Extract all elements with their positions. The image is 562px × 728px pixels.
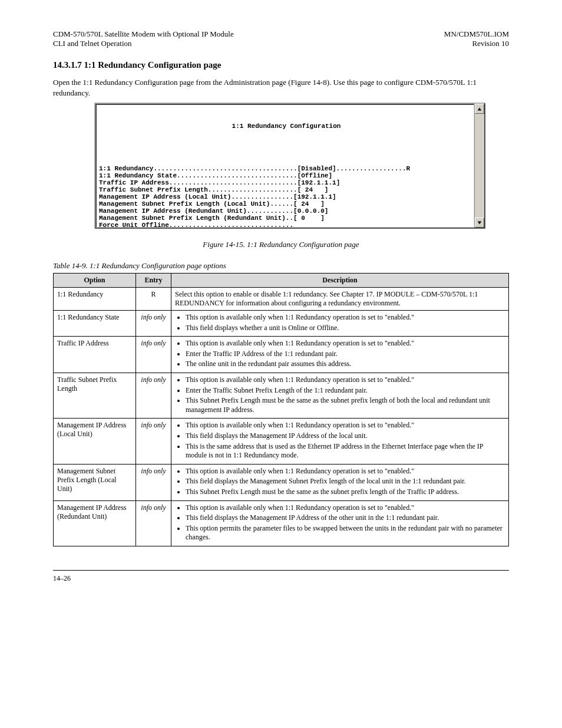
list-item: This field displays whether a unit is On… xyxy=(186,324,505,333)
list-item: This option is available only when 1:1 R… xyxy=(186,313,505,322)
table-row: Traffic IP Addressinfo onlyThis option i… xyxy=(54,337,509,373)
terminal-scrollbar[interactable] xyxy=(474,104,484,228)
list-item: Enter the Traffic Subnet Prefix Length o… xyxy=(186,386,505,396)
section-heading: 1:1 Redundancy Configuration page xyxy=(84,60,222,70)
terminal-blank xyxy=(99,144,474,151)
cell-entry: info only xyxy=(136,337,171,373)
list-item: This option is available only when 1:1 R… xyxy=(186,375,505,385)
terminal-line: Force Unit Offline......................… xyxy=(99,222,474,228)
table-caption-label: Table 14-9. xyxy=(53,261,88,270)
terminal-line: Management IP Address (Local Unit)......… xyxy=(99,193,474,200)
chapter-name: CLI and Telnet Operation xyxy=(53,39,234,48)
scroll-track[interactable] xyxy=(475,114,484,218)
page-header: CDM-570/570L Satellite Modem with Option… xyxy=(53,29,509,48)
table-row: 1:1 RedundancyRSelect this option to ena… xyxy=(54,288,509,311)
cell-option: 1:1 Redundancy State xyxy=(54,311,136,337)
cell-entry: info only xyxy=(136,500,171,546)
intro-text: Open the 1:1 Redundancy Configuration pa… xyxy=(53,77,509,98)
list-item: The online unit in the redundant pair as… xyxy=(186,360,505,369)
cell-entry: R xyxy=(136,288,171,311)
list-item: This option is available only when 1:1 R… xyxy=(186,421,505,430)
list-item: This Subnet Prefix Length must be the sa… xyxy=(186,396,505,414)
terminal-line: Management Subnet Prefix Length (Local U… xyxy=(99,200,474,207)
table-row: Management IP Address (Redundant Unit)in… xyxy=(54,500,509,546)
svg-marker-1 xyxy=(478,221,481,224)
mn-code: MN/CDM570L.IOM xyxy=(444,29,509,39)
table-header-row: Option Entry Description xyxy=(54,274,509,288)
section-number: 14.3.1.7 xyxy=(53,60,82,70)
cell-option: Traffic IP Address xyxy=(54,337,136,373)
cell-description: This option is available only when 1:1 R… xyxy=(171,311,509,337)
list-item: This field displays the Management IP Ad… xyxy=(186,513,505,523)
cell-description: This option is available only when 1:1 R… xyxy=(171,500,509,546)
terminal-line: Traffic IP Address......................… xyxy=(99,179,474,186)
th-entry: Entry xyxy=(136,274,171,288)
cell-description: This option is available only when 1:1 R… xyxy=(171,464,509,500)
scroll-up-button[interactable] xyxy=(475,104,484,114)
list-item: This option permits the parameter files … xyxy=(186,524,505,542)
cell-description: This option is available only when 1:1 R… xyxy=(171,337,509,373)
cell-description: This option is available only when 1:1 R… xyxy=(171,373,509,419)
th-option: Option xyxy=(54,274,136,288)
config-table: Option Entry Description 1:1 RedundancyR… xyxy=(53,273,509,546)
cell-description: This option is available only when 1:1 R… xyxy=(171,419,509,464)
cell-description: Select this option to enable or disable … xyxy=(171,288,509,311)
list-item: Enter the Traffic IP Address of the 1:1 … xyxy=(186,350,505,359)
table-caption-title: 1:1 Redundancy Configuration page option… xyxy=(90,261,226,270)
cell-option: Management Subnet Prefix Length (Local U… xyxy=(54,464,136,500)
scroll-down-button[interactable] xyxy=(475,218,484,228)
list-item: This option is available only when 1:1 R… xyxy=(186,503,505,513)
svg-marker-0 xyxy=(478,107,481,110)
table-row: Management IP Address (Local Unit)info o… xyxy=(54,419,509,464)
terminal-content: 1:1 Redundancy Configuration 1:1 Redunda… xyxy=(95,104,474,228)
terminal-line: Management Subnet Prefix Length (Redunda… xyxy=(99,215,474,222)
terminal-line: 1:1 Redundancy State....................… xyxy=(99,172,474,179)
list-item: This Subnet Prefix Length must be the sa… xyxy=(186,487,505,497)
terminal-window: 1:1 Redundancy Configuration 1:1 Redunda… xyxy=(94,103,485,228)
cell-entry: info only xyxy=(136,419,171,464)
terminal-line: Traffic Subnet Prefix Length............… xyxy=(99,186,474,193)
cell-option: 1:1 Redundancy xyxy=(54,288,136,311)
list-item: This field displays the Management IP Ad… xyxy=(186,431,505,441)
figure-title: 1:1 Redundancy Configuration page xyxy=(247,240,359,249)
list-item: This option is available only when 1:1 R… xyxy=(186,339,505,348)
terminal-title: 1:1 Redundancy Configuration xyxy=(99,123,474,130)
table-caption: Table 14-9. 1:1 Redundancy Configuration… xyxy=(53,261,509,271)
terminal-line: 1:1 Redundancy..........................… xyxy=(99,165,474,172)
figure-caption: Figure 14-15. 1:1 Redundancy Configurati… xyxy=(53,240,509,249)
terminal-line: Management IP Address (Redundant Unit)..… xyxy=(99,207,474,215)
revision: Revision 10 xyxy=(444,39,509,48)
table-row: 1:1 Redundancy Stateinfo onlyThis option… xyxy=(54,311,509,337)
figure-label: Figure 14-15. xyxy=(203,240,245,249)
page-number: 14–26 xyxy=(53,574,71,583)
cell-entry: info only xyxy=(136,464,171,500)
cell-option: Management IP Address (Redundant Unit) xyxy=(54,500,136,546)
manual-title: CDM-570/570L Satellite Modem with Option… xyxy=(53,29,234,39)
cell-option: Traffic Subnet Prefix Length xyxy=(54,373,136,419)
cell-entry: info only xyxy=(136,311,171,337)
cell-entry: info only xyxy=(136,373,171,419)
table-row: Traffic Subnet Prefix Lengthinfo onlyThi… xyxy=(54,373,509,419)
section-title: 14.3.1.7 1:1 Redundancy Configuration pa… xyxy=(53,60,509,70)
list-item: This option is available only when 1:1 R… xyxy=(186,467,505,476)
list-item: This is the same address that is used as… xyxy=(186,442,505,460)
cell-option: Management IP Address (Local Unit) xyxy=(54,419,136,464)
th-description: Description xyxy=(171,274,509,288)
page-footer: 14–26 xyxy=(53,570,509,583)
list-item: This field displays the Management Subne… xyxy=(186,477,505,486)
table-row: Management Subnet Prefix Length (Local U… xyxy=(54,464,509,500)
